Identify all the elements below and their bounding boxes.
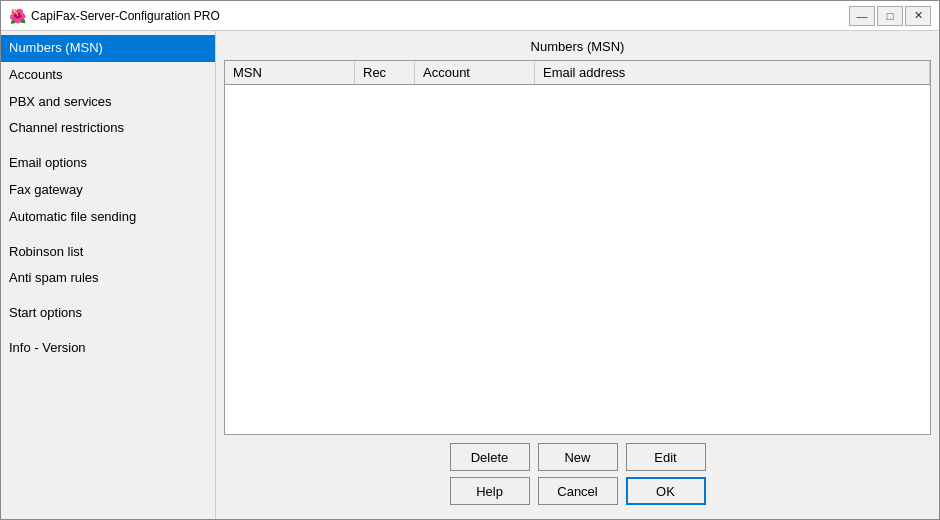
sidebar: Numbers (MSN)AccountsPBX and servicesCha… bbox=[1, 31, 216, 519]
sidebar-item-pbx-services[interactable]: PBX and services bbox=[1, 89, 215, 116]
sidebar-item-accounts[interactable]: Accounts bbox=[1, 62, 215, 89]
titlebar: 🌺 CapiFax-Server-Configuration PRO — □ ✕ bbox=[1, 1, 939, 31]
sidebar-item-fax-gateway[interactable]: Fax gateway bbox=[1, 177, 215, 204]
delete-btn[interactable]: Delete bbox=[450, 443, 530, 471]
content-area: Numbers (MSN)AccountsPBX and servicesCha… bbox=[1, 31, 939, 519]
sidebar-item-start-options[interactable]: Start options bbox=[1, 300, 215, 327]
sidebar-separator bbox=[1, 231, 215, 239]
sidebar-item-automatic-file-sending[interactable]: Automatic file sending bbox=[1, 204, 215, 231]
panel-title: Numbers (MSN) bbox=[224, 39, 931, 54]
new-btn[interactable]: New bbox=[538, 443, 618, 471]
sidebar-item-channel-restrictions[interactable]: Channel restrictions bbox=[1, 115, 215, 142]
sidebar-separator bbox=[1, 142, 215, 150]
edit-btn[interactable]: Edit bbox=[626, 443, 706, 471]
sidebar-item-numbers-msn[interactable]: Numbers (MSN) bbox=[1, 35, 215, 62]
ok-btn[interactable]: OK bbox=[626, 477, 706, 505]
main-panel: Numbers (MSN) MSNRecAccountEmail address… bbox=[216, 31, 939, 519]
table-header-rec: Rec bbox=[355, 61, 415, 84]
window-controls: — □ ✕ bbox=[849, 6, 931, 26]
table-header-msn: MSN bbox=[225, 61, 355, 84]
sidebar-separator bbox=[1, 292, 215, 300]
table-header-account: Account bbox=[415, 61, 535, 84]
sidebar-item-anti-spam-rules[interactable]: Anti spam rules bbox=[1, 265, 215, 292]
table-header-email-address: Email address bbox=[535, 61, 930, 84]
numbers-table: MSNRecAccountEmail address bbox=[224, 60, 931, 435]
table-header: MSNRecAccountEmail address bbox=[225, 61, 930, 85]
sidebar-item-info-version[interactable]: Info - Version bbox=[1, 335, 215, 362]
sidebar-item-email-options[interactable]: Email options bbox=[1, 150, 215, 177]
app-icon: 🌺 bbox=[9, 8, 25, 24]
main-window: 🌺 CapiFax-Server-Configuration PRO — □ ✕… bbox=[0, 0, 940, 520]
sidebar-separator bbox=[1, 327, 215, 335]
dialog-buttons-row: HelpCancelOK bbox=[224, 477, 931, 505]
maximize-button[interactable]: □ bbox=[877, 6, 903, 26]
action-buttons-row: DeleteNewEdit bbox=[224, 443, 931, 471]
window-title: CapiFax-Server-Configuration PRO bbox=[31, 9, 849, 23]
help-btn[interactable]: Help bbox=[450, 477, 530, 505]
close-button[interactable]: ✕ bbox=[905, 6, 931, 26]
minimize-button[interactable]: — bbox=[849, 6, 875, 26]
cancel-btn[interactable]: Cancel bbox=[538, 477, 618, 505]
sidebar-item-robinson-list[interactable]: Robinson list bbox=[1, 239, 215, 266]
